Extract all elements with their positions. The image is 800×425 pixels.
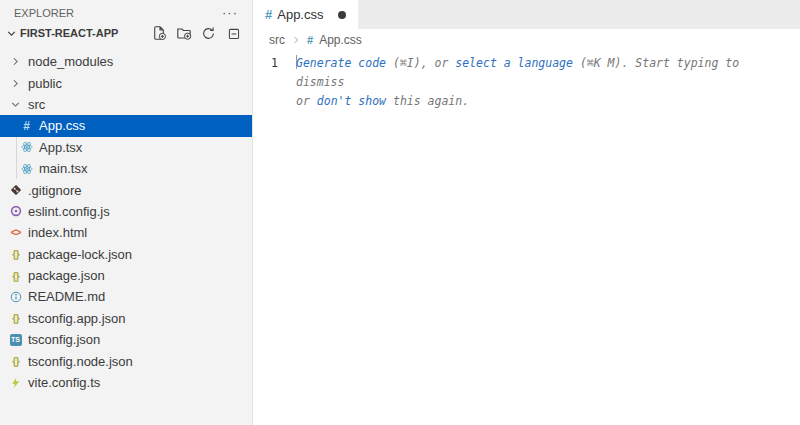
tree-item-tsconfig-app-json[interactable]: {} tsconfig.app.json: [0, 308, 252, 329]
breadcrumb: src # App.css: [253, 29, 800, 51]
editor-group: # App.css src # App.css 1 Generate code …: [253, 0, 800, 425]
chevron-right-icon: [291, 35, 301, 45]
git-icon: [7, 184, 24, 196]
code-editor[interactable]: 1 Generate code (⌘I), or select a langua…: [253, 51, 800, 425]
tab-bar: # App.css: [253, 0, 800, 29]
folder-label: node_modules: [28, 54, 113, 69]
tab-app-css[interactable]: # App.css: [253, 0, 358, 29]
file-label: eslint.config.js: [28, 204, 110, 219]
info-icon: [7, 291, 24, 303]
ghost-text-segment: (⌘I), or: [386, 56, 455, 70]
json-icon: {}: [7, 270, 24, 282]
tree-item-src[interactable]: src: [0, 94, 252, 115]
file-label: tsconfig.json: [28, 332, 100, 347]
tree-item-package-json[interactable]: {} package.json: [0, 265, 252, 286]
tree-item-eslint-config[interactable]: eslint.config.js: [0, 201, 252, 222]
folder-label: public: [28, 76, 62, 91]
tree-item-gitignore[interactable]: .gitignore: [0, 179, 252, 200]
tree-item-app-tsx[interactable]: App.tsx: [0, 137, 252, 158]
file-label: tsconfig.app.json: [28, 311, 126, 326]
file-label: package.json: [28, 268, 105, 283]
ghost-hint-text: Generate code (⌘I), or select a language…: [296, 54, 794, 111]
chevron-right-icon: [7, 55, 24, 68]
explorer-sidebar: EXPLORER ··· FIRST-REACT-APP: [0, 0, 253, 425]
tree-item-app-css[interactable]: # App.css: [0, 115, 252, 136]
typescript-icon: TS: [7, 334, 24, 346]
editor-content[interactable]: Generate code (⌘I), or select a language…: [296, 54, 800, 425]
file-label: .gitignore: [28, 183, 81, 198]
explorer-header: EXPLORER ···: [0, 0, 252, 22]
more-actions-icon[interactable]: ···: [222, 9, 238, 17]
line-number: 1: [253, 54, 278, 73]
tree-item-node-modules[interactable]: node_modules: [0, 51, 252, 72]
eslint-icon: [7, 205, 24, 217]
new-folder-button[interactable]: [175, 25, 192, 42]
file-label: App.css: [39, 118, 85, 133]
react-icon: [18, 141, 35, 153]
tree-item-tsconfig-json[interactable]: TS tsconfig.json: [0, 329, 252, 350]
chevron-right-icon: [7, 77, 24, 90]
project-name: FIRST-REACT-APP: [20, 27, 118, 39]
collapse-all-button[interactable]: [225, 25, 242, 42]
json-icon: {}: [7, 248, 24, 260]
html-icon: <>: [7, 227, 24, 238]
ghost-text-segment: or: [296, 94, 317, 108]
project-root-row[interactable]: FIRST-REACT-APP: [0, 22, 252, 44]
refresh-button[interactable]: [200, 25, 217, 42]
file-label: App.tsx: [39, 140, 82, 155]
json-icon: {}: [7, 355, 24, 367]
file-label: README.md: [28, 289, 105, 304]
tab-label: App.css: [277, 7, 323, 22]
tree-item-vite-config-ts[interactable]: vite.config.ts: [0, 372, 252, 393]
file-label: vite.config.ts: [28, 375, 100, 390]
tree-item-index-html[interactable]: <> index.html: [0, 222, 252, 243]
modified-dot-icon[interactable]: [338, 11, 346, 19]
file-label: main.tsx: [39, 161, 87, 176]
explorer-title: EXPLORER: [14, 7, 74, 19]
react-icon: [18, 163, 35, 175]
file-label: tsconfig.node.json: [28, 354, 133, 369]
folder-label: src: [28, 97, 45, 112]
file-label: package-lock.json: [28, 247, 132, 262]
explorer-toolbar: [150, 25, 242, 42]
tree-item-main-tsx[interactable]: main.tsx: [0, 158, 252, 179]
ghost-link-generate-code[interactable]: Generate code: [296, 56, 386, 70]
tree-item-tsconfig-node-json[interactable]: {} tsconfig.node.json: [0, 350, 252, 371]
css-icon: #: [265, 7, 272, 22]
css-icon: #: [307, 34, 313, 46]
css-icon: #: [18, 119, 35, 133]
ghost-link-dont-show[interactable]: don't show: [317, 94, 386, 108]
breadcrumb-item-src[interactable]: src: [269, 33, 285, 47]
breadcrumb-item-app-css[interactable]: App.css: [319, 33, 362, 47]
vite-icon: [7, 377, 24, 389]
ghost-link-select-language[interactable]: select a language: [455, 56, 573, 70]
new-file-button[interactable]: [150, 25, 167, 42]
ghost-text-segment: this again.: [386, 94, 469, 108]
file-label: index.html: [28, 225, 87, 240]
chevron-down-icon: [7, 98, 24, 111]
json-icon: {}: [7, 312, 24, 324]
line-number-gutter: 1: [253, 54, 296, 425]
tree-item-package-lock-json[interactable]: {} package-lock.json: [0, 244, 252, 265]
vscode-window: EXPLORER ··· FIRST-REACT-APP: [0, 0, 800, 425]
chevron-down-icon: [5, 27, 18, 40]
tree-item-public[interactable]: public: [0, 72, 252, 93]
tree-item-readme-md[interactable]: README.md: [0, 286, 252, 307]
file-tree: node_modules public src # App.css App.ts…: [0, 51, 252, 393]
